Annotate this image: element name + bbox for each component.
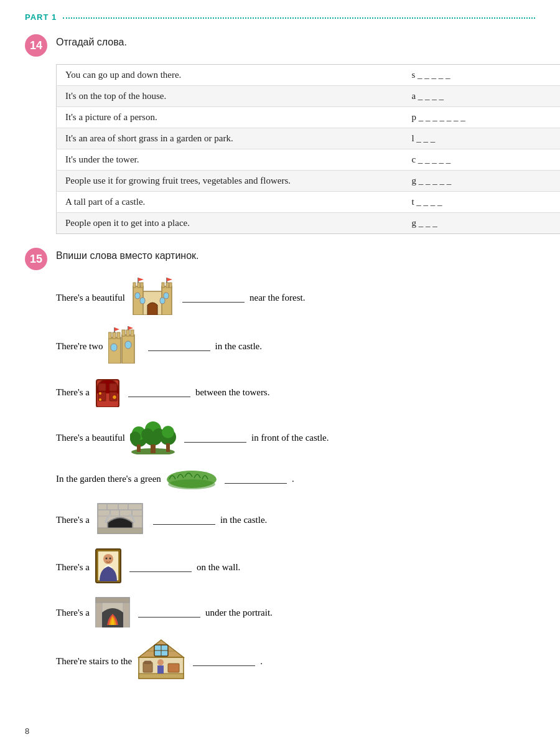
svg-rect-6 (162, 283, 164, 288)
page-number: 8 (25, 726, 29, 736)
exercise-15-header: 15 Впиши слова вместо картинок. (25, 247, 535, 270)
fill-blank[interactable] (129, 562, 192, 572)
svg-point-38 (113, 396, 116, 399)
sentence-after-text: in the castle. (220, 515, 267, 525)
svg-rect-43 (137, 444, 141, 452)
sentence-before-text: There's a (56, 515, 90, 525)
svg-rect-24 (131, 330, 134, 336)
svg-rect-73 (96, 598, 129, 603)
svg-rect-82 (139, 674, 184, 679)
sentence-row: There're stairs to the . (56, 639, 535, 684)
fill-blank[interactable] (148, 341, 210, 351)
clue-cell: It's on the top of the house. (57, 86, 403, 107)
svg-rect-4 (138, 283, 140, 288)
svg-rect-3 (133, 283, 136, 288)
sentence-row: There's a beautiful near the forest. (56, 278, 535, 317)
svg-rect-7 (166, 283, 169, 288)
svg-rect-23 (126, 330, 129, 336)
clue-cell: People use it for growing fruit trees, v… (57, 171, 403, 192)
svg-point-69 (109, 558, 111, 560)
svg-rect-29 (111, 344, 117, 351)
svg-rect-15 (140, 298, 145, 304)
hint-cell: s _ _ _ _ _ (403, 65, 560, 86)
sentence-before-text: In the garden there's a green (56, 474, 161, 484)
fill-blank[interactable] (225, 474, 287, 484)
svg-marker-26 (114, 327, 119, 331)
table-row: It's under the tower.c _ _ _ _ _ (57, 149, 561, 171)
sentence-before-text: There's a (56, 562, 90, 573)
sentence-before-text: There's a beautiful (56, 293, 125, 303)
hint-cell: l _ _ _ (403, 128, 560, 149)
svg-rect-19 (108, 332, 111, 339)
sentence-after-text: in front of the castle. (251, 433, 329, 443)
clue-cell: It's an area of short grass in a garden … (57, 128, 403, 149)
hint-cell: p _ _ _ _ _ _ _ (403, 107, 560, 128)
svg-rect-14 (164, 293, 169, 299)
fill-blank[interactable] (153, 515, 215, 525)
svg-point-68 (105, 558, 107, 560)
svg-marker-12 (167, 278, 172, 281)
hint-cell: g _ _ _ _ _ (403, 171, 560, 192)
fill-blank[interactable] (138, 608, 200, 618)
image-door (95, 375, 121, 410)
svg-point-46 (141, 428, 154, 441)
sentence-row: In the garden there's a green . (56, 466, 535, 492)
svg-rect-63 (98, 528, 142, 533)
clue-cell: People open it to get into a place. (57, 213, 403, 234)
part-label: PART 1 (25, 12, 57, 22)
sentence-after-text: . (260, 656, 263, 667)
sentence-after-text: in the castle. (215, 341, 262, 352)
image-portrait (95, 548, 122, 586)
image-fireplace (95, 595, 131, 630)
exercise-15-bubble: 15 (25, 248, 47, 270)
sentence-before-text: There's a (56, 387, 90, 398)
svg-rect-30 (125, 341, 131, 349)
image-trees (130, 418, 177, 457)
clue-cell: It's under the tower. (57, 149, 403, 171)
svg-rect-85 (168, 664, 179, 672)
svg-point-86 (157, 659, 164, 665)
sentence-row: There's a on the wall. (56, 548, 535, 586)
fill-blank[interactable] (193, 656, 255, 666)
exercise-14-table: You can go up and down there.s _ _ _ _ _… (56, 64, 560, 234)
sentence-row: There's a beautiful in front of the cast… (56, 418, 535, 457)
sentence-before-text: There're stairs to the (56, 656, 132, 667)
svg-rect-20 (113, 332, 116, 339)
exercise-15-instruction: Впиши слова вместо картинок. (56, 250, 199, 261)
svg-rect-87 (157, 665, 164, 674)
svg-rect-51 (166, 443, 170, 452)
svg-marker-28 (128, 326, 133, 330)
image-lawn (166, 466, 217, 492)
exercise-15-sentences: There's a beautiful near the forest.Ther… (56, 278, 535, 684)
svg-rect-8 (169, 283, 172, 288)
clue-cell: It's a picture of a person. (57, 107, 403, 128)
hint-cell: a _ _ _ _ (403, 86, 560, 107)
svg-rect-84 (144, 661, 151, 664)
svg-rect-48 (151, 444, 156, 453)
image-courtyard (95, 500, 146, 539)
part-dots-decoration (63, 17, 535, 19)
fill-blank[interactable] (128, 387, 190, 397)
svg-marker-10 (138, 278, 144, 281)
sentence-after-text: near the forest. (250, 293, 306, 303)
fill-blank[interactable] (182, 293, 245, 303)
svg-rect-22 (122, 330, 125, 336)
svg-rect-34 (98, 383, 106, 391)
clue-cell: You can go up and down there. (57, 65, 403, 86)
image-attic (137, 639, 185, 684)
table-row: A tall part of a castle.t _ _ _ _ (57, 192, 561, 213)
hint-cell: t _ _ _ _ (403, 192, 560, 213)
sentence-row: There's a in the castle. (56, 500, 535, 539)
hint-cell: g _ _ _ (403, 213, 560, 234)
exercise-14-header: 14 Отгадай слова. (25, 33, 535, 57)
svg-point-50 (162, 426, 174, 438)
svg-rect-5 (141, 283, 143, 288)
sentence-after-text: . (292, 474, 294, 484)
svg-point-53 (168, 479, 215, 489)
fill-blank[interactable] (184, 433, 246, 443)
svg-point-37 (99, 398, 101, 401)
table-row: It's an area of short grass in a garden … (57, 128, 561, 149)
exercise-14-instruction: Отгадай слова. (56, 37, 127, 48)
sentence-before-text: There's a beautiful (56, 433, 125, 443)
svg-rect-18 (122, 335, 134, 364)
